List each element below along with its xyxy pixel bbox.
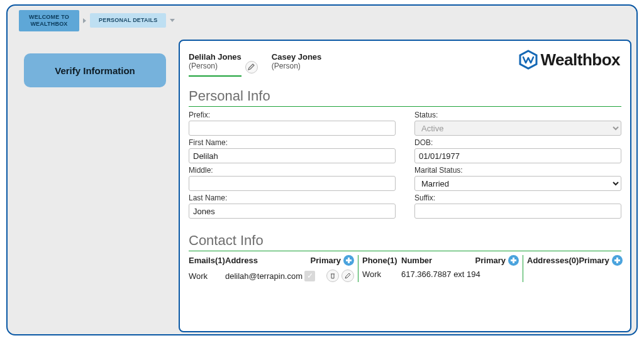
phone-row-number: 617.366.7887 ext 194 bbox=[401, 270, 519, 279]
middle-input[interactable] bbox=[189, 176, 396, 191]
section-title-personal: Personal Info bbox=[189, 88, 621, 104]
svg-marker-0 bbox=[520, 51, 536, 68]
main-panel: Wealthbox Delilah Jones (Person) Casey J… bbox=[179, 40, 631, 332]
add-phone-icon[interactable] bbox=[508, 255, 519, 266]
prefix-label: Prefix: bbox=[189, 111, 396, 119]
contact-grid: Emails(1) Address Primary Work delilah@t… bbox=[189, 255, 621, 282]
delete-email-icon[interactable] bbox=[326, 270, 339, 282]
phone-row-label: Work bbox=[362, 270, 401, 279]
app-frame: WELCOME TO WEALTHBOX PERSONAL DETAILS Ve… bbox=[6, 4, 638, 335]
brand-hex-icon bbox=[518, 50, 538, 70]
number-header: Number bbox=[401, 256, 475, 265]
suffix-input[interactable] bbox=[414, 204, 621, 219]
person-tab-2[interactable]: Casey Jones (Person) bbox=[272, 52, 322, 75]
person-tab-2-type: (Person) bbox=[272, 62, 322, 70]
verify-information-button[interactable]: Verify Information bbox=[24, 53, 166, 87]
breadcrumb: WELCOME TO WEALTHBOX PERSONAL DETAILS bbox=[8, 6, 636, 31]
section-rule bbox=[189, 106, 621, 107]
dob-label: DOB: bbox=[414, 138, 621, 147]
addresses-count-header: Addresses(0) bbox=[527, 256, 579, 265]
email-row-address: delilah@terrapin.com bbox=[225, 271, 304, 281]
phone-count-header: Phone(1) bbox=[362, 256, 401, 265]
dob-input[interactable] bbox=[414, 148, 621, 163]
emails-column: Emails(1) Address Primary Work delilah@t… bbox=[189, 255, 358, 282]
address-header: Address bbox=[225, 256, 311, 265]
marital-label: Marital Status: bbox=[414, 166, 621, 175]
primary-header-phone: Primary bbox=[475, 256, 506, 265]
middle-label: Middle: bbox=[189, 166, 396, 175]
phone-row: Work 617.366.7887 ext 194 bbox=[362, 270, 519, 279]
first-name-label: First Name: bbox=[189, 138, 396, 147]
person-tab-1-type: (Person) bbox=[189, 62, 242, 70]
last-name-input[interactable] bbox=[189, 204, 396, 219]
prefix-input[interactable] bbox=[189, 121, 396, 136]
marital-select[interactable]: Married bbox=[414, 176, 621, 191]
chevron-down-icon bbox=[170, 19, 175, 22]
personal-form: Prefix: Status: Active First Name: DOB: … bbox=[189, 111, 621, 219]
edit-person-icon[interactable] bbox=[245, 61, 258, 74]
email-row-label: Work bbox=[189, 271, 225, 281]
crumb-welcome[interactable]: WELCOME TO WEALTHBOX bbox=[19, 10, 79, 31]
suffix-label: Suffix: bbox=[414, 193, 621, 202]
add-address-icon[interactable] bbox=[612, 255, 623, 266]
primary-header-addresses: Primary bbox=[579, 256, 609, 265]
chevron-right-icon bbox=[83, 18, 86, 23]
add-email-icon[interactable] bbox=[343, 255, 354, 266]
primary-header-emails: Primary bbox=[311, 256, 341, 265]
last-name-label: Last Name: bbox=[189, 193, 396, 202]
section-rule-2 bbox=[189, 251, 621, 251]
email-row: Work delilah@terrapin.com ✓ bbox=[189, 270, 354, 282]
crumb-personal[interactable]: PERSONAL DETAILS bbox=[90, 13, 166, 28]
crumb-welcome-line1: WELCOME TO bbox=[28, 14, 70, 21]
brand: Wealthbox bbox=[518, 50, 620, 70]
status-select[interactable]: Active bbox=[414, 121, 621, 136]
status-label: Status: bbox=[414, 111, 621, 119]
email-primary-check[interactable]: ✓ bbox=[304, 271, 315, 281]
edit-email-icon[interactable] bbox=[341, 270, 354, 282]
person-tab-2-name: Casey Jones bbox=[272, 52, 322, 62]
crumb-welcome-line2: WEALTHBOX bbox=[28, 21, 70, 28]
first-name-input[interactable] bbox=[189, 148, 396, 163]
brand-name: Wealthbox bbox=[541, 50, 620, 70]
section-title-contact: Contact Info bbox=[189, 232, 621, 249]
addresses-column: Addresses(0) Primary bbox=[523, 255, 618, 282]
person-tab-1-name: Delilah Jones bbox=[189, 52, 242, 62]
person-tab-1[interactable]: Delilah Jones (Person) bbox=[189, 52, 242, 77]
phone-column: Phone(1) Number Primary Work 617.366.788… bbox=[358, 255, 523, 282]
emails-count-header: Emails(1) bbox=[189, 256, 225, 265]
